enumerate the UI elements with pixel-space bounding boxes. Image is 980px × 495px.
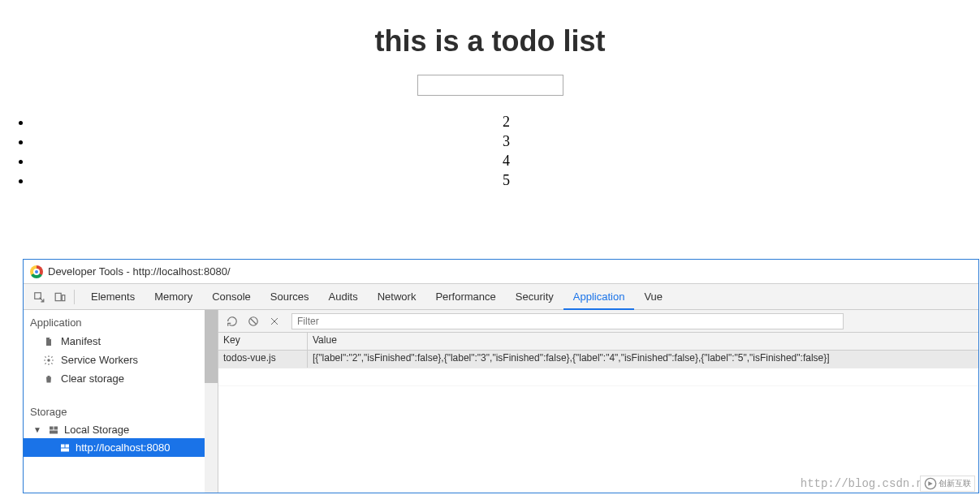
devtools-titlebar: Developer Tools - http://localhost:8080/ — [24, 260, 978, 284]
gear-icon — [43, 355, 54, 366]
storage-icon — [48, 424, 59, 436]
sidebar-item-label: Local Storage — [64, 424, 129, 436]
sidebar-item-localhost[interactable]: http://localhost:8080 — [24, 438, 218, 457]
svg-rect-6 — [50, 430, 58, 433]
device-toolbar-icon[interactable] — [50, 286, 71, 308]
list-item: 3 — [32, 131, 980, 151]
column-value[interactable]: Value — [308, 333, 978, 350]
tab-console[interactable]: Console — [202, 284, 261, 310]
page-title: this is a todo list — [0, 24, 980, 58]
list-item: 5 — [32, 170, 980, 190]
table-header: Key Value — [218, 333, 978, 351]
table-row[interactable]: todos-vue.js [{"label":"2","isFinished":… — [218, 351, 978, 368]
sidebar-item-local-storage[interactable]: ▼ Local Storage — [24, 421, 218, 438]
storage-table: Key Value todos-vue.js [{"label":"2","is… — [218, 333, 978, 386]
sidebar-section-storage: Storage — [24, 399, 218, 421]
application-sidebar: Application Manifest Service Workers Cle… — [24, 310, 218, 493]
chrome-icon — [30, 265, 43, 278]
todo-list: 2 3 4 5 — [0, 112, 980, 190]
chevron-down-icon: ▼ — [33, 425, 43, 434]
sidebar-item-label: http://localhost:8080 — [76, 441, 170, 454]
watermark-text: http://blog.csdn.n — [801, 477, 923, 490]
svg-rect-4 — [50, 426, 54, 429]
web-page: this is a todo list 2 3 4 5 — [0, 24, 980, 282]
todo-input[interactable] — [417, 75, 563, 96]
svg-rect-9 — [61, 448, 69, 451]
sidebar-section-application: Application — [24, 310, 218, 332]
tab-application[interactable]: Application — [563, 284, 635, 310]
sidebar-item-label: Service Workers — [61, 354, 138, 366]
inspect-icon[interactable] — [28, 286, 50, 308]
file-icon — [43, 336, 54, 347]
svg-rect-2 — [62, 295, 65, 300]
svg-rect-7 — [61, 444, 65, 447]
list-item: 4 — [32, 151, 980, 170]
close-icon[interactable] — [266, 312, 283, 330]
tab-sources[interactable]: Sources — [261, 284, 319, 310]
devtools-window: Developer Tools - http://localhost:8080/… — [23, 259, 979, 493]
svg-rect-8 — [66, 444, 70, 447]
svg-point-3 — [47, 359, 50, 362]
tab-performance[interactable]: Performance — [425, 284, 505, 310]
tab-vue[interactable]: Vue — [634, 284, 672, 310]
sidebar-item-manifest[interactable]: Manifest — [24, 332, 218, 351]
corner-badge: 创新互联 — [920, 476, 975, 492]
storage-toolbar — [218, 310, 978, 333]
tab-network[interactable]: Network — [368, 284, 426, 310]
application-main: Key Value todos-vue.js [{"label":"2","is… — [218, 310, 978, 493]
table-row[interactable] — [218, 368, 978, 386]
list-item: 2 — [32, 112, 980, 131]
svg-line-11 — [251, 318, 257, 324]
filter-input[interactable] — [291, 313, 844, 329]
clear-icon[interactable] — [244, 312, 262, 330]
scrollbar[interactable] — [205, 310, 218, 493]
tab-audits[interactable]: Audits — [319, 284, 368, 310]
sidebar-item-label: Manifest — [61, 335, 101, 347]
corner-badge-text: 创新互联 — [939, 478, 971, 489]
storage-icon — [59, 442, 71, 454]
refresh-icon[interactable] — [223, 312, 241, 330]
tab-security[interactable]: Security — [506, 284, 563, 310]
svg-rect-1 — [55, 293, 61, 300]
sidebar-item-service-workers[interactable]: Service Workers — [24, 351, 218, 369]
devtools-title-text: Developer Tools - http://localhost:8080/ — [48, 260, 231, 284]
scrollbar-thumb[interactable] — [205, 310, 218, 383]
tab-elements[interactable]: Elements — [81, 284, 145, 310]
divider — [74, 290, 75, 304]
cell-key: todos-vue.js — [218, 351, 308, 368]
sidebar-item-clear-storage[interactable]: Clear storage — [24, 369, 218, 388]
trash-icon — [43, 373, 54, 385]
svg-rect-5 — [54, 426, 58, 429]
sidebar-item-label: Clear storage — [61, 372, 124, 385]
cell-value: [{"label":"2","isFinished":false},{"labe… — [308, 351, 978, 368]
devtools-tabbar: Elements Memory Console Sources Audits N… — [24, 284, 978, 310]
tab-memory[interactable]: Memory — [145, 284, 202, 310]
column-key[interactable]: Key — [218, 333, 308, 350]
